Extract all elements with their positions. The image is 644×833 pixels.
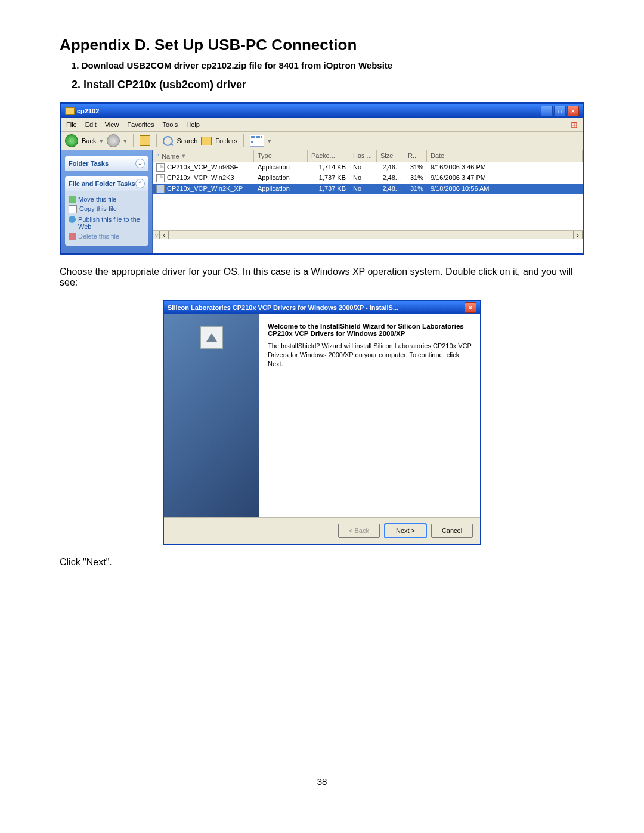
menu-view[interactable]: View: [105, 121, 119, 128]
menu-help[interactable]: Help: [186, 121, 200, 128]
file-folder-tasks-label: File and Folder Tasks: [69, 180, 135, 187]
back-button[interactable]: ←: [65, 134, 78, 147]
sidebar-panel-file-folder-tasks[interactable]: File and Folder Tasks ⌃: [65, 176, 148, 191]
file-row[interactable]: CP210x_VCP_Win2K_XPApplication1,737 KBNo…: [153, 184, 583, 194]
instruction-text-2: Click "Next".: [60, 557, 584, 568]
file-icon: [156, 163, 165, 172]
menu-edit[interactable]: Edit: [85, 121, 97, 128]
folder-icon: [65, 107, 75, 115]
windows-flag-icon: ⊞: [571, 120, 578, 129]
installer-main-panel: Welcome to the InstallShield Wizard for …: [259, 314, 480, 517]
installer-window: Silicon Laboratories CP210x VCP Drivers …: [163, 300, 481, 545]
installer-title: Silicon Laboratories CP210x VCP Drivers …: [168, 304, 465, 311]
forward-button[interactable]: →: [107, 134, 120, 147]
close-button[interactable]: ×: [567, 106, 579, 116]
installshield-logo-icon: [200, 326, 223, 349]
installer-welcome-heading: Welcome to the InstallShield Wizard for …: [268, 323, 472, 337]
task-delete-file[interactable]: Delete this file: [69, 231, 145, 241]
search-label: Search: [177, 137, 197, 144]
views-button[interactable]: [250, 135, 264, 147]
window-title: cp2102: [75, 107, 99, 114]
horizontal-scrollbar[interactable]: v ‹ ›: [153, 230, 583, 239]
file-row[interactable]: CP210x_VCP_Win2K3Application1,737 KBNo2,…: [153, 173, 583, 184]
installer-close-button[interactable]: ×: [465, 302, 476, 313]
file-icon: [156, 185, 165, 193]
folders-label: Folders: [215, 137, 237, 144]
back-button: < Back: [338, 524, 380, 538]
installer-titlebar: Silicon Laboratories CP210x VCP Drivers …: [164, 301, 480, 314]
menu-file[interactable]: File: [66, 121, 77, 128]
page-title: Appendix D. Set Up USB-PC Connection: [60, 36, 584, 54]
search-icon[interactable]: [163, 136, 173, 146]
chevron-up-icon[interactable]: ⌃: [135, 179, 145, 188]
sidebar-panel-folder-tasks[interactable]: Folder Tasks ⌄: [65, 156, 148, 171]
chevron-down-icon[interactable]: ⌄: [135, 159, 145, 168]
task-move-file[interactable]: Move this file: [69, 194, 145, 204]
next-button[interactable]: Next >: [385, 524, 426, 538]
page-number: 38: [60, 776, 584, 786]
file-row[interactable]: CP210x_VCP_Win98SEApplication1,714 KBNo2…: [153, 162, 583, 173]
menu-favorites[interactable]: Favorites: [127, 121, 154, 128]
explorer-sidebar: Folder Tasks ⌄ File and Folder Tasks ⌃ M…: [61, 150, 153, 253]
maximize-button[interactable]: □: [554, 106, 566, 116]
cancel-button[interactable]: Cancel: [431, 524, 473, 538]
menu-tools[interactable]: Tools: [163, 121, 178, 128]
folder-tasks-label: Folder Tasks: [69, 160, 109, 167]
up-button[interactable]: [140, 135, 150, 146]
installer-footer: < Back Next > Cancel: [164, 517, 480, 544]
step-1: 1. Download USB2COM driver cp2102.zip fi…: [72, 60, 584, 70]
explorer-toolbar: ← Back ▾ → ▾ Search Folders ▾: [61, 132, 583, 150]
explorer-menubar: File Edit View Favorites Tools Help ⊞: [61, 118, 583, 132]
task-copy-file[interactable]: Copy this file: [69, 204, 145, 215]
explorer-file-list: ^Name ▾ Type Packe... Has ... Size R... …: [153, 150, 583, 253]
explorer-titlebar: cp2102 _ □ ×: [61, 104, 583, 118]
file-folder-tasks-body: Move this file Copy this file Publish th…: [65, 191, 148, 246]
installer-side-graphic: [164, 314, 259, 517]
task-publish-file[interactable]: Publish this file to the Web: [69, 215, 145, 231]
file-icon: [156, 174, 165, 182]
explorer-window: cp2102 _ □ × File Edit View Favorites To…: [60, 102, 584, 255]
instruction-text-1: Choose the appropriate driver for your O…: [60, 267, 584, 288]
step-2-heading: 2. Install CP210x (usb2com) driver: [72, 79, 584, 91]
column-headers[interactable]: ^Name ▾ Type Packe... Has ... Size R... …: [153, 150, 583, 162]
installer-description: The InstallShield? Wizard will install S…: [268, 342, 472, 368]
minimize-button[interactable]: _: [541, 106, 553, 116]
folders-icon[interactable]: [201, 137, 212, 145]
back-label: Back: [82, 137, 96, 144]
